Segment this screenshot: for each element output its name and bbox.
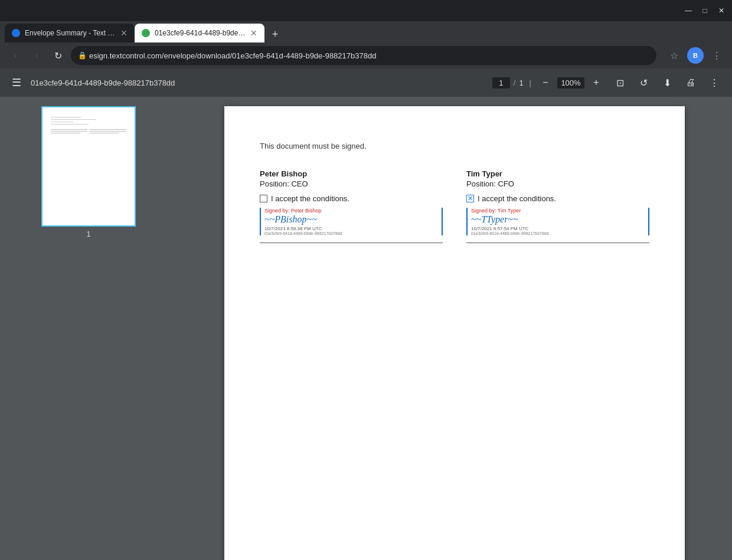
profile-icon-chrome[interactable]: B xyxy=(687,47,704,64)
print-button[interactable]: 🖨 xyxy=(682,74,699,91)
signer-2-timestamp: 10/7/2021 8:57:54 PM UTC xyxy=(471,226,647,231)
tab-2-icon xyxy=(142,29,150,37)
tab-2-close[interactable]: ✕ xyxy=(250,28,257,38)
tab-2[interactable]: 01e3cfe9-641d-4489-b9de-9882... ✕ xyxy=(135,24,264,42)
signer-2-checkbox: ✕ xyxy=(466,195,474,202)
title-bar: — □ ✕ xyxy=(0,0,732,21)
signer-2-position: Position: CFO xyxy=(466,179,649,188)
close-button[interactable]: ✕ xyxy=(715,5,727,17)
signer-1-checkbox-row: I accept the conditions. xyxy=(260,194,443,203)
signer-2-signed-by: Signed by: Tim Typer xyxy=(471,208,647,214)
signer-1-checkbox xyxy=(260,195,267,202)
signer-2-checkbox-label: I accept the conditions. xyxy=(478,194,556,203)
viewer-body: 1 This document must be signed. Peter Bi… xyxy=(0,97,732,560)
maximize-button[interactable]: □ xyxy=(699,5,711,17)
pdf-sidebar: 1 xyxy=(0,97,177,560)
signer-2-signature-block: Signed by: Tim Typer ~~TTyper~~ 10/7/202… xyxy=(466,208,649,235)
tab-1[interactable]: Envelope Summary - Text Contro... ✕ xyxy=(5,24,135,42)
back-button[interactable]: ‹ xyxy=(7,47,24,64)
more-options-button[interactable]: ⋮ xyxy=(708,47,725,64)
signers-row: Peter Bishop Position: CEO I accept the … xyxy=(260,169,649,243)
page-total: 1 xyxy=(519,78,523,87)
signer-tim-typer: Tim Typer Position: CFO ✕ I accept the c… xyxy=(466,169,649,243)
signer-peter-bishop: Peter Bishop Position: CEO I accept the … xyxy=(260,169,443,243)
zoom-decrease-button[interactable]: − xyxy=(537,74,554,91)
tab-1-close[interactable]: ✕ xyxy=(120,28,128,38)
pdf-page-area: This document must be signed. Peter Bish… xyxy=(177,97,732,560)
tab-1-icon xyxy=(12,29,20,37)
address-input[interactable]: 🔒 esign.textcontrol.com/envelope/downloa… xyxy=(71,46,656,65)
forward-button[interactable]: › xyxy=(28,47,45,64)
zoom-input[interactable] xyxy=(557,77,584,89)
signer-1-position: Position: CEO xyxy=(260,179,443,188)
zoom-increase-button[interactable]: + xyxy=(588,74,604,91)
bookmark-button[interactable]: ☆ xyxy=(666,47,682,64)
zoom-separator: | xyxy=(530,78,531,87)
signer-1-signed-by: Signed by: Peter Bishop xyxy=(264,208,440,214)
pdf-page: This document must be signed. Peter Bish… xyxy=(224,106,685,560)
thumbnail-page-number: 1 xyxy=(87,230,91,238)
minimize-button[interactable]: — xyxy=(682,5,694,17)
pdf-menu-button[interactable]: ☰ xyxy=(9,76,24,90)
signer-1-signature-block: Signed by: Peter Bishop ~~PBishop~~ 10/7… xyxy=(260,208,443,235)
pdf-title: 01e3cfe9-641d-4489-b9de-988217b378dd xyxy=(31,78,175,87)
document-intro: This document must be signed. xyxy=(260,142,649,150)
signer-1-signature: ~~PBishop~~ xyxy=(264,214,440,226)
fit-page-button[interactable]: ⊡ xyxy=(612,74,628,91)
signer-1-checkbox-label: I accept the conditions. xyxy=(271,194,349,203)
signer-1-hash: 01e3cfe9-641d-4489-b9de-988217b378dd xyxy=(264,231,440,235)
signer-2-line xyxy=(466,243,649,243)
pdf-toolbar: ☰ 01e3cfe9-641d-4489-b9de-988217b378dd /… xyxy=(0,68,732,97)
page-separator: / xyxy=(514,78,516,87)
signer-2-checkbox-row: ✕ I accept the conditions. xyxy=(466,194,649,203)
address-bar: ‹ › ↻ 🔒 esign.textcontrol.com/envelope/d… xyxy=(0,42,732,68)
signer-1-name: Peter Bishop xyxy=(260,169,443,178)
pdf-more-button[interactable]: ⋮ xyxy=(706,74,723,91)
signer-2-name: Tim Typer xyxy=(466,169,649,178)
signer-2-hash: 01e3cfe9-641d-4489-b9de-988217b378dd xyxy=(471,231,647,235)
tabs-row: Envelope Summary - Text Contro... ✕ 01e3… xyxy=(0,21,732,42)
tab-1-label: Envelope Summary - Text Contro... xyxy=(25,29,116,37)
profile-initial: B xyxy=(693,52,698,59)
signer-1-timestamp: 10/7/2021 8:58:38 PM UTC xyxy=(264,226,440,231)
signer-2-signature: ~~TTyper~~ xyxy=(471,214,647,226)
address-text: esign.textcontrol.com/envelope/download/… xyxy=(89,51,376,60)
page-number-input[interactable] xyxy=(492,77,510,89)
page-thumbnail[interactable] xyxy=(41,106,136,227)
download-button[interactable]: ⬇ xyxy=(659,74,675,91)
signer-1-line xyxy=(260,243,443,243)
refresh-button[interactable]: ↻ xyxy=(50,47,66,64)
rotate-button[interactable]: ↺ xyxy=(635,74,652,91)
new-tab-button[interactable]: + xyxy=(267,26,283,42)
tab-2-label: 01e3cfe9-641d-4489-b9de-9882... xyxy=(155,29,246,37)
lock-icon: 🔒 xyxy=(78,51,87,60)
